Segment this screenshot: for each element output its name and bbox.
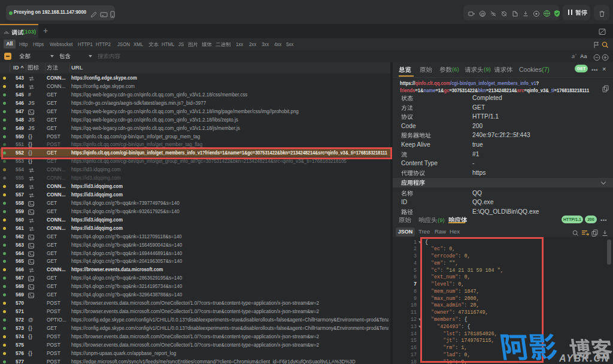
svg-text:@: @ — [480, 12, 484, 16]
